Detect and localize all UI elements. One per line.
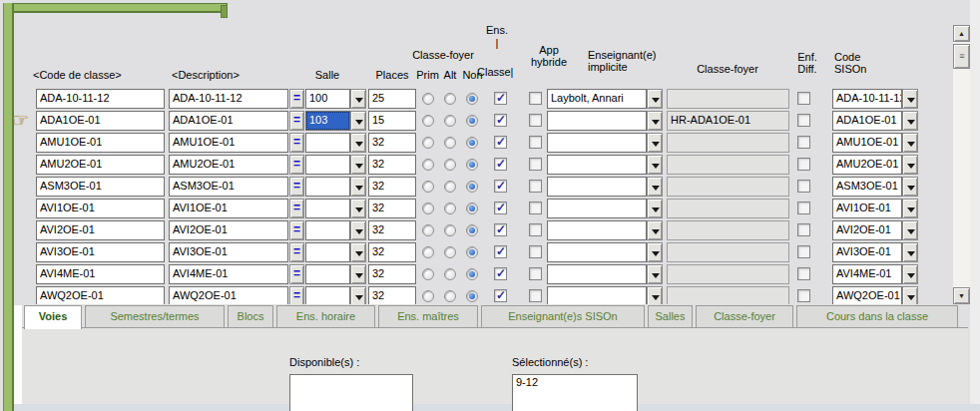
salle-field[interactable]	[305, 286, 350, 304]
foyer-alt-radio[interactable]	[444, 137, 456, 149]
enf-diff-checkbox[interactable]	[797, 267, 810, 280]
ens-classe-checkbox[interactable]	[494, 92, 507, 105]
salle-field[interactable]: 100	[305, 89, 350, 109]
ens-classe-checkbox[interactable]	[494, 245, 507, 258]
ens-classe-checkbox[interactable]	[494, 223, 507, 236]
foyer-prim-radio[interactable]	[422, 93, 434, 105]
code-de-classe-field[interactable]: AMU1OE-01	[36, 133, 165, 153]
builder-button[interactable]: =	[289, 177, 304, 197]
foyer-alt-radio[interactable]	[444, 115, 456, 127]
app-hybride-checkbox[interactable]	[529, 136, 542, 149]
tab-blocs[interactable]: Blocs	[228, 305, 273, 327]
enseignant-dropdown-arrow-icon[interactable]	[647, 133, 663, 153]
enf-diff-checkbox[interactable]	[797, 289, 810, 302]
foyer-non-radio[interactable]	[466, 137, 478, 149]
places-field[interactable]: 32	[368, 155, 416, 175]
enseignant-implicite-field[interactable]	[547, 220, 647, 240]
tab-ens-ma-tres[interactable]: Ens. maîtres	[378, 305, 478, 327]
places-field[interactable]: 32	[368, 286, 416, 304]
enseignant-dropdown-arrow-icon[interactable]	[647, 220, 663, 240]
foyer-prim-radio[interactable]	[422, 246, 434, 258]
code-de-classe-field[interactable]: ADA-10-11-12	[36, 89, 165, 109]
enseignant-implicite-field[interactable]	[547, 133, 647, 153]
foyer-non-radio[interactable]	[466, 159, 478, 171]
places-field[interactable]: 32	[368, 133, 416, 153]
app-hybride-checkbox[interactable]	[529, 223, 542, 236]
salle-dropdown-arrow-icon[interactable]	[350, 220, 366, 240]
app-hybride-checkbox[interactable]	[529, 158, 542, 171]
code-sison-field[interactable]: ADA1OE-01	[832, 111, 902, 131]
code-de-classe-field[interactable]: AVI1OE-01	[36, 199, 165, 218]
foyer-non-radio[interactable]	[466, 224, 478, 236]
description-field[interactable]: AVI1OE-01	[169, 199, 288, 218]
builder-button[interactable]: =	[289, 286, 304, 304]
foyer-prim-radio[interactable]	[422, 224, 434, 236]
code-de-classe-field[interactable]: ADA1OE-01	[36, 111, 165, 131]
enseignant-implicite-field[interactable]	[547, 199, 647, 218]
enf-diff-checkbox[interactable]	[797, 114, 810, 127]
foyer-alt-radio[interactable]	[444, 246, 456, 258]
places-field[interactable]: 32	[368, 220, 416, 240]
code-sison-field[interactable]: AVI1OE-01	[832, 199, 902, 218]
builder-button[interactable]: =	[289, 242, 304, 262]
scrollbar-thumb[interactable]: ≡	[953, 44, 970, 69]
enseignant-dropdown-arrow-icon[interactable]	[647, 89, 663, 109]
foyer-alt-radio[interactable]	[444, 181, 456, 193]
salle-dropdown-arrow-icon[interactable]	[350, 286, 366, 304]
app-hybride-checkbox[interactable]	[529, 92, 542, 105]
sison-dropdown-arrow-icon[interactable]	[902, 111, 918, 131]
code-sison-field[interactable]: ASM3OE-01	[832, 177, 902, 197]
foyer-prim-radio[interactable]	[422, 268, 434, 280]
enseignant-implicite-field[interactable]	[547, 242, 647, 262]
places-field[interactable]: 15	[368, 111, 416, 131]
app-hybride-checkbox[interactable]	[529, 114, 542, 127]
enf-diff-checkbox[interactable]	[797, 136, 810, 149]
ens-classe-checkbox[interactable]	[494, 180, 507, 193]
places-field[interactable]: 32	[368, 242, 416, 262]
salle-field[interactable]	[305, 133, 350, 153]
foyer-non-radio[interactable]	[466, 268, 478, 280]
sison-dropdown-arrow-icon[interactable]	[902, 177, 918, 197]
salle-field[interactable]	[305, 264, 350, 284]
code-de-classe-field[interactable]: AWQ2OE-01	[36, 286, 165, 304]
sison-dropdown-arrow-icon[interactable]	[902, 89, 918, 109]
places-field[interactable]: 32	[368, 177, 416, 197]
tab-classe-foyer[interactable]: Classe-foyer	[696, 305, 793, 327]
builder-button[interactable]: =	[289, 264, 304, 284]
description-field[interactable]: AWQ2OE-01	[169, 286, 288, 304]
salle-dropdown-arrow-icon[interactable]	[350, 89, 366, 109]
foyer-alt-radio[interactable]	[444, 224, 456, 236]
code-de-classe-field[interactable]: AMU2OE-01	[36, 155, 165, 175]
foyer-non-radio[interactable]	[466, 115, 478, 127]
enseignant-dropdown-arrow-icon[interactable]	[647, 199, 663, 218]
salle-dropdown-arrow-icon[interactable]	[350, 111, 366, 131]
salle-field[interactable]	[305, 177, 350, 197]
description-field[interactable]: AMU2OE-01	[169, 155, 288, 175]
foyer-alt-radio[interactable]	[444, 203, 456, 214]
builder-button[interactable]: =	[289, 155, 304, 175]
builder-button[interactable]: =	[289, 89, 304, 109]
code-sison-field[interactable]: AWQ2OE-01	[832, 286, 902, 304]
enf-diff-checkbox[interactable]	[797, 245, 810, 258]
places-field[interactable]: 25	[368, 89, 416, 109]
disponible-listbox[interactable]	[289, 374, 413, 411]
foyer-prim-radio[interactable]	[422, 137, 434, 149]
app-hybride-checkbox[interactable]	[529, 180, 542, 193]
enf-diff-checkbox[interactable]	[797, 158, 810, 171]
code-sison-field[interactable]: AMU2OE-01	[832, 155, 902, 175]
salle-dropdown-arrow-icon[interactable]	[350, 133, 366, 153]
description-field[interactable]: AVI3OE-01	[169, 242, 288, 262]
foyer-prim-radio[interactable]	[422, 115, 434, 127]
ens-classe-checkbox[interactable]	[494, 114, 507, 127]
foyer-prim-radio[interactable]	[422, 181, 434, 193]
ens-classe-checkbox[interactable]	[494, 202, 507, 214]
code-sison-field[interactable]: ADA-10-11-12	[832, 89, 902, 109]
code-de-classe-field[interactable]: AVI2OE-01	[36, 220, 165, 240]
tab-ens-horaire[interactable]: Ens. horaire	[276, 305, 375, 327]
foyer-alt-radio[interactable]	[444, 268, 456, 280]
tab-semestres-termes[interactable]: Semestres/termes	[85, 305, 225, 327]
foyer-alt-radio[interactable]	[444, 159, 456, 171]
tab-enseignant-e-s-sison[interactable]: Enseignant(e)s SISOn	[481, 305, 645, 327]
salle-dropdown-arrow-icon[interactable]	[350, 199, 366, 218]
sison-dropdown-arrow-icon[interactable]	[902, 220, 918, 240]
